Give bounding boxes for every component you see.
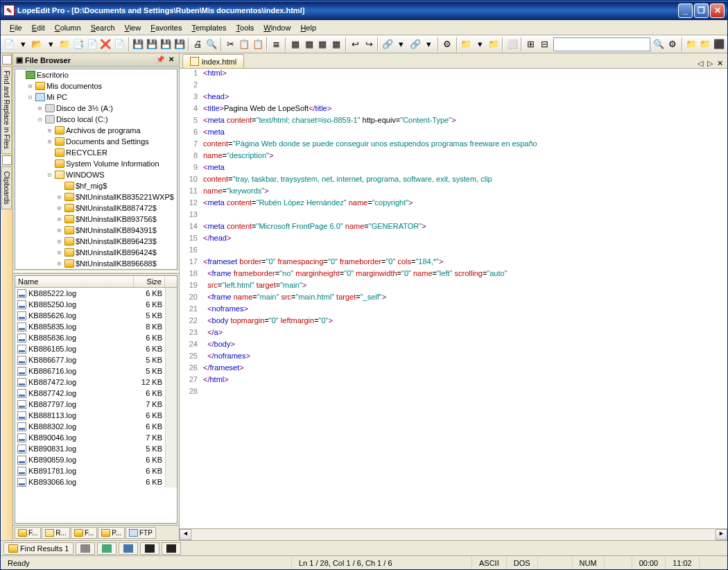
splitter[interactable]	[13, 271, 179, 274]
h-scrollbar[interactable]: ◄►	[180, 528, 727, 540]
maximize-button[interactable]: ❐	[694, 3, 709, 18]
menu-templates[interactable]: Templates	[187, 22, 231, 33]
tree-node[interactable]: $hf_mig$	[15, 180, 177, 191]
toolbar-button[interactable]: ≣	[270, 37, 283, 52]
file-row[interactable]: KB886716.log5 KB	[15, 365, 165, 377]
gear-icon[interactable]: ▣	[16, 55, 23, 64]
col-size[interactable]: Size	[134, 276, 165, 287]
tree-node[interactable]: ⊟Mi PC	[15, 92, 177, 103]
file-row[interactable]: KB887472.log12 KB	[15, 377, 165, 388]
bottom-tab[interactable]	[140, 542, 159, 555]
menu-help[interactable]: Help	[295, 22, 321, 33]
toolbar-button[interactable]: 📄	[85, 37, 98, 52]
file-row[interactable]: KB890831.log5 KB	[15, 443, 165, 454]
toolbar-button[interactable]: ⬛	[712, 37, 725, 52]
toolbar-button[interactable]: 📋	[252, 37, 265, 52]
tree-node[interactable]: RECYCLER	[15, 147, 177, 158]
toolbar-button[interactable]: ⊟	[538, 37, 551, 52]
toolbar-button[interactable]: ❌	[99, 37, 112, 52]
file-row[interactable]: KB890859.log6 KB	[15, 454, 165, 465]
scrollbar[interactable]	[165, 288, 177, 487]
dock-tab-find-replace[interactable]: Find and Replace in Files	[1, 66, 12, 154]
panel-tab[interactable]: P...	[98, 527, 125, 539]
menu-file[interactable]: File	[5, 22, 27, 33]
tree-node[interactable]: ⊞$NtUninstallKB887472$	[15, 202, 177, 214]
toolbar-button[interactable]: ▦	[316, 37, 329, 52]
file-row[interactable]: KB885250.log6 KB	[15, 299, 165, 310]
toolbar-button[interactable]: 📋	[238, 37, 251, 52]
bottom-tab[interactable]	[97, 542, 116, 555]
panel-tab[interactable]: F...	[15, 527, 41, 539]
file-row[interactable]: KB885222.log6 KB	[15, 288, 165, 299]
panel-tab[interactable]: R...	[42, 527, 70, 539]
tree-node[interactable]: ⊞$NtUninstallKB835221WXP$	[15, 191, 177, 202]
toolbar-button[interactable]: 🔗	[408, 37, 422, 52]
toolbar-button[interactable]: 📁	[699, 37, 712, 52]
menu-search[interactable]: Search	[86, 22, 120, 33]
toolbar-button[interactable]: 💾	[132, 37, 145, 52]
file-row[interactable]: KB885626.log5 KB	[15, 310, 165, 321]
toolbar-button[interactable]: ▦	[288, 37, 302, 52]
folder-tree[interactable]: Escritorio⊞Mis documentos⊟Mi PC⊞Disco de…	[15, 69, 177, 270]
file-row[interactable]: KB888302.log6 KB	[15, 421, 165, 432]
tree-node[interactable]: ⊞$NtUninstallKB894391$	[15, 225, 177, 236]
dock-tab-clipboards[interactable]: Clipboards	[1, 166, 12, 209]
file-row[interactable]: KB887742.log6 KB	[15, 388, 165, 399]
toolbar-button[interactable]: ▾	[474, 37, 487, 52]
dock-icon[interactable]	[2, 55, 12, 64]
toolbar-button[interactable]: 💾	[173, 37, 186, 52]
menu-edit[interactable]: Edit	[27, 22, 50, 33]
tree-node[interactable]: ⊞Mis documentos	[15, 80, 177, 92]
tree-node[interactable]: Escritorio	[15, 69, 177, 80]
panel-tab[interactable]: FTP	[125, 527, 156, 539]
tree-node[interactable]: ⊟WINDOWS	[15, 169, 177, 180]
file-row[interactable]: KB886677.log5 KB	[15, 354, 165, 365]
toolbar-button[interactable]: ✂	[224, 37, 237, 52]
dock-icon[interactable]	[2, 155, 12, 165]
tree-node[interactable]: ⊟Disco local (C:)	[15, 114, 177, 125]
tree-node[interactable]: ⊞$NtUninstallKB896688$	[15, 258, 177, 269]
tree-node[interactable]: ⊞Archivos de programa	[15, 125, 177, 136]
toolbar-button[interactable]: 📁	[487, 37, 501, 52]
tree-node[interactable]: ⊞Documents and Settings	[15, 136, 177, 147]
toolbar-button[interactable]: 📂	[31, 37, 44, 52]
file-row[interactable]: KB888113.log6 KB	[15, 410, 165, 421]
panel-close-icon[interactable]: ✕	[166, 55, 176, 65]
file-row[interactable]: KB885835.log8 KB	[15, 321, 165, 332]
toolbar-button[interactable]: 📄	[113, 37, 126, 52]
toolbar-button[interactable]: 🔍	[205, 37, 218, 52]
tree-node[interactable]: ⊞$NtUninstallKB893756$	[15, 214, 177, 225]
find-results-tab[interactable]: Find Results 1	[3, 542, 73, 555]
toolbar-button[interactable]: ⚙	[666, 37, 679, 52]
menu-tools[interactable]: Tools	[232, 22, 259, 33]
menu-favorites[interactable]: Favorites	[146, 22, 187, 33]
file-row[interactable]: KB891781.log6 KB	[15, 465, 165, 476]
panel-tab[interactable]: F...	[71, 527, 97, 539]
toolbar-button[interactable]: ⚙	[441, 37, 454, 52]
toolbar-button[interactable]: 📑	[71, 37, 85, 52]
close-button[interactable]: ✕	[710, 3, 725, 18]
toolbar-button[interactable]: 💾	[159, 37, 172, 52]
toolbar-button[interactable]: ↪	[363, 37, 376, 52]
col-name[interactable]: Name	[15, 276, 134, 287]
toolbar-button[interactable]: 📁	[685, 37, 698, 52]
tab-prev-icon[interactable]: ◁	[696, 59, 704, 68]
toolbar-button[interactable]: ▦	[330, 37, 343, 52]
file-list[interactable]: Name Size KB885222.log6 KBKB885250.log6 …	[15, 275, 177, 524]
toolbar-button[interactable]: ⬜	[505, 37, 519, 52]
tab-close-icon[interactable]: ✕	[716, 59, 725, 68]
pin-icon[interactable]: 📌	[155, 55, 165, 65]
file-row[interactable]: KB885836.log6 KB	[15, 332, 165, 343]
toolbar-button[interactable]: ▾	[395, 37, 408, 52]
file-row[interactable]: KB893066.log6 KB	[15, 476, 165, 487]
toolbar-button[interactable]: 🖨	[191, 37, 205, 52]
file-row[interactable]: KB886185.log6 KB	[15, 343, 165, 354]
toolbar-button[interactable]: ▦	[302, 37, 315, 52]
tree-node[interactable]: System Volume Information	[15, 158, 177, 169]
toolbar-button[interactable]: ↩	[349, 37, 362, 52]
toolbar-button[interactable]: 📁	[460, 37, 473, 52]
toolbar-button[interactable]: ▾	[17, 37, 30, 52]
toolbar-button[interactable]: 🔍	[652, 37, 666, 52]
minimize-button[interactable]: _	[678, 3, 693, 18]
menu-column[interactable]: Column	[50, 22, 86, 33]
